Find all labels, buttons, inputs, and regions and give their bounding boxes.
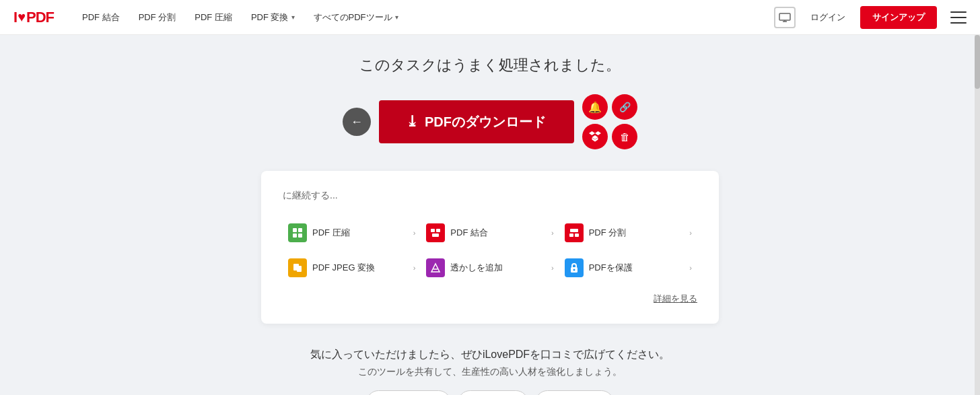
dropbox-button[interactable]: [582, 124, 608, 149]
linkedin-share-button[interactable]: LinkedIn: [535, 390, 614, 395]
chevron-right-icon: ›: [689, 229, 692, 237]
svg-rect-0: [779, 13, 790, 20]
facebook-share-button[interactable]: Facebook: [366, 390, 450, 395]
svg-rect-8: [293, 228, 297, 232]
see-more-link[interactable]: 詳細を見る: [654, 293, 697, 303]
svg-rect-19: [297, 266, 302, 272]
chevron-right-icon: ›: [689, 264, 692, 272]
continue-label: に継続する...: [283, 190, 697, 202]
hamburger-menu[interactable]: [950, 11, 967, 24]
svg-rect-17: [575, 234, 579, 237]
link-icon: 🔗: [619, 102, 631, 112]
chevron-down-icon: ▾: [291, 13, 295, 21]
tool-watermark[interactable]: 透かしを追加 ›: [421, 250, 559, 285]
svg-marker-3: [589, 131, 595, 135]
tool-split[interactable]: PDF 分割 ›: [559, 215, 697, 250]
download-icon: ⤓: [406, 113, 418, 131]
nav-pdf-split[interactable]: PDF 分割: [131, 7, 184, 28]
nav-pdf-convert[interactable]: PDF 変換 ▾: [243, 7, 303, 28]
back-button[interactable]: ←: [343, 108, 371, 136]
tool-protect[interactable]: PDFを保護 ›: [559, 250, 697, 285]
svg-rect-9: [298, 228, 302, 232]
login-button[interactable]: ログイン: [804, 7, 852, 28]
dropbox-icon: [589, 131, 601, 142]
notification-button[interactable]: 🔔: [582, 94, 608, 120]
arrow-left-icon: ←: [351, 115, 363, 129]
header: I ♥ PDF PDF 結合 PDF 分割 PDF 圧縮 PDF 変換 ▾ すべ…: [0, 0, 980, 35]
chevron-right-icon: ›: [551, 229, 554, 237]
tool-compress[interactable]: PDF 圧縮 ›: [283, 215, 421, 250]
chevron-right-icon: ›: [551, 264, 554, 272]
svg-rect-13: [436, 229, 440, 232]
svg-rect-11: [298, 234, 302, 238]
logo[interactable]: I ♥ PDF: [13, 9, 54, 26]
social-section: 気に入っていただけましたら、ぜひiLovePDFを口コミで広げてください。 この…: [310, 348, 670, 395]
svg-point-22: [573, 269, 575, 271]
scrollbar-thumb[interactable]: [975, 35, 980, 89]
delete-button[interactable]: 🗑: [612, 124, 637, 149]
tool-merge[interactable]: PDF 結合 ›: [421, 215, 559, 250]
watermark-icon: [426, 258, 445, 277]
twitter-share-button[interactable]: Twitter: [458, 390, 528, 395]
split-icon: [565, 223, 584, 242]
bell-icon: 🔔: [588, 101, 602, 114]
merge-icon: [426, 223, 445, 242]
nav-pdf-merge[interactable]: PDF 結合: [74, 7, 128, 28]
nav-pdf-compress[interactable]: PDF 圧縮: [186, 7, 240, 28]
monitor-icon[interactable]: [774, 7, 796, 28]
download-pdf-button[interactable]: ⤓ PDFのダウンロード: [379, 100, 574, 143]
pdf-jpeg-icon: [288, 258, 307, 277]
trash-icon: 🗑: [620, 131, 630, 143]
chevron-right-icon: ›: [413, 264, 416, 272]
nav-all-tools[interactable]: すべてのPDFツール ▾: [306, 7, 407, 28]
action-icons: 🔔 🔗 🗑: [582, 94, 637, 149]
see-more: 詳細を見る: [283, 292, 697, 305]
main-nav: PDF 結合 PDF 分割 PDF 圧縮 PDF 変換 ▾ すべてのPDFツール…: [74, 7, 774, 28]
link-button[interactable]: 🔗: [612, 94, 637, 120]
download-area: ← ⤓ PDFのダウンロード 🔔 🔗: [343, 94, 637, 149]
tools-grid: PDF 圧縮 › PDF 結合 ›: [283, 215, 697, 285]
chevron-down-icon: ▾: [395, 13, 398, 21]
continue-box: に継続する... PDF 圧縮 ›: [261, 171, 719, 324]
svg-rect-12: [431, 229, 435, 232]
svg-rect-10: [293, 234, 297, 238]
social-subtitle: このツールを共有して、生産性の高い人材を強化しましょう。: [310, 366, 670, 378]
protect-icon: [565, 258, 584, 277]
main-content: このタスクはうまく処理されました。 ← ⤓ PDFのダウンロード 🔔 🔗: [0, 35, 980, 395]
svg-rect-14: [432, 234, 439, 237]
svg-rect-16: [569, 234, 573, 237]
svg-marker-4: [595, 131, 601, 135]
scrollbar[interactable]: [975, 0, 980, 395]
header-right: ログイン サインアップ: [774, 6, 967, 29]
social-title: 気に入っていただけましたら、ぜひiLovePDFを口コミで広げてください。: [310, 348, 670, 362]
compress-icon: [288, 223, 307, 242]
signup-button[interactable]: サインアップ: [860, 6, 937, 29]
chevron-right-icon: ›: [413, 229, 416, 237]
success-title: このタスクはうまく処理されました。: [359, 55, 621, 75]
svg-rect-15: [570, 229, 578, 232]
tool-pdf-jpeg[interactable]: PDF JPEG 変換 ›: [283, 250, 421, 285]
social-buttons: Facebook Twitter LinkedI: [310, 390, 670, 395]
